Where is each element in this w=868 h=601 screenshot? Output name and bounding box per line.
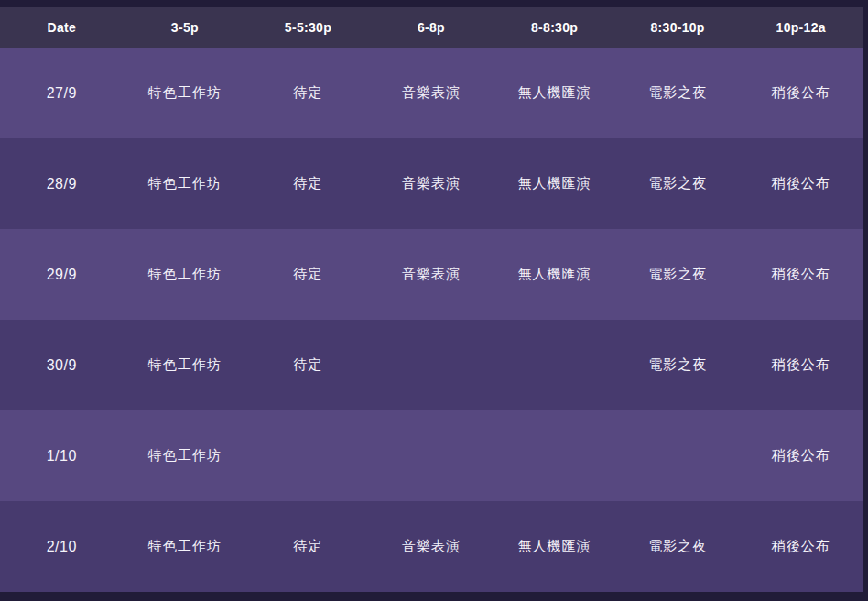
date-cell: 27/9 bbox=[0, 85, 124, 102]
table-row-27-9: 27/9 特色工作坊 待定 音樂表演 無人機匯演 電影之夜 稍後公布 bbox=[0, 48, 863, 138]
event-cell: 特色工作坊 bbox=[124, 84, 247, 102]
col-header-slot-830-10p: 8:30-10p bbox=[616, 20, 740, 35]
table-row-28-9: 28/9 特色工作坊 待定 音樂表演 無人機匯演 電影之夜 稍後公布 bbox=[0, 138, 863, 229]
col-header-date: Date bbox=[0, 20, 124, 35]
event-cell: 稍後公布 bbox=[739, 175, 863, 192]
event-cell: 待定 bbox=[246, 84, 370, 102]
table-row-29-9: 29/9 特色工作坊 待定 音樂表演 無人機匯演 電影之夜 稍後公布 bbox=[0, 229, 863, 320]
event-cell: 音樂表演 bbox=[370, 84, 494, 102]
event-cell: 待定 bbox=[246, 266, 370, 283]
event-cell: 電影之夜 bbox=[616, 266, 740, 283]
event-cell: 無人機匯演 bbox=[493, 84, 616, 102]
event-cell: 特色工作坊 bbox=[124, 356, 247, 374]
event-cell: 待定 bbox=[246, 175, 370, 192]
date-cell: 2/10 bbox=[0, 539, 124, 555]
event-cell: 稍後公布 bbox=[739, 266, 863, 283]
table-row-30-9: 30/9 特色工作坊 待定 電影之夜 稍後公布 bbox=[0, 320, 863, 410]
event-cell: 電影之夜 bbox=[616, 356, 740, 374]
event-cell: 音樂表演 bbox=[370, 538, 494, 555]
col-header-slot-6-8p: 6-8p bbox=[370, 20, 494, 35]
date-cell: 29/9 bbox=[0, 267, 124, 283]
event-cell: 特色工作坊 bbox=[124, 175, 247, 192]
col-header-slot-5-530p: 5-5:30p bbox=[246, 20, 370, 35]
event-cell: 無人機匯演 bbox=[493, 538, 616, 555]
date-cell: 1/10 bbox=[0, 448, 124, 464]
event-cell: 音樂表演 bbox=[370, 175, 494, 192]
schedule-table: Date 3-5p 5-5:30p 6-8p 8-8:30p 8:30-10p … bbox=[0, 7, 863, 592]
event-cell: 稍後公布 bbox=[739, 84, 863, 102]
col-header-slot-3-5p: 3-5p bbox=[124, 20, 247, 35]
table-row-2-10: 2/10 特色工作坊 待定 音樂表演 無人機匯演 電影之夜 稍後公布 bbox=[0, 501, 863, 592]
event-cell: 待定 bbox=[246, 356, 370, 374]
event-cell: 特色工作坊 bbox=[124, 266, 247, 283]
event-cell: 無人機匯演 bbox=[493, 266, 616, 283]
date-cell: 30/9 bbox=[0, 357, 124, 374]
event-cell: 稍後公布 bbox=[739, 447, 863, 464]
event-cell: 特色工作坊 bbox=[124, 538, 247, 555]
page-frame: Date 3-5p 5-5:30p 6-8p 8-8:30p 8:30-10p … bbox=[0, 0, 868, 601]
event-cell: 無人機匯演 bbox=[493, 175, 616, 192]
event-cell: 電影之夜 bbox=[616, 84, 740, 102]
event-cell: 電影之夜 bbox=[616, 175, 740, 192]
event-cell: 音樂表演 bbox=[370, 266, 494, 283]
event-cell: 待定 bbox=[246, 538, 370, 555]
table-row-1-10: 1/10 特色工作坊 稍後公布 bbox=[0, 410, 863, 501]
col-header-slot-10p-12a: 10p-12a bbox=[739, 20, 863, 35]
event-cell: 電影之夜 bbox=[616, 538, 740, 555]
event-cell: 稍後公布 bbox=[739, 538, 863, 555]
event-cell: 稍後公布 bbox=[739, 356, 863, 374]
col-header-slot-8-830p: 8-8:30p bbox=[493, 20, 616, 35]
date-cell: 28/9 bbox=[0, 176, 124, 192]
table-header-row: Date 3-5p 5-5:30p 6-8p 8-8:30p 8:30-10p … bbox=[0, 7, 863, 48]
event-cell: 特色工作坊 bbox=[124, 447, 247, 464]
